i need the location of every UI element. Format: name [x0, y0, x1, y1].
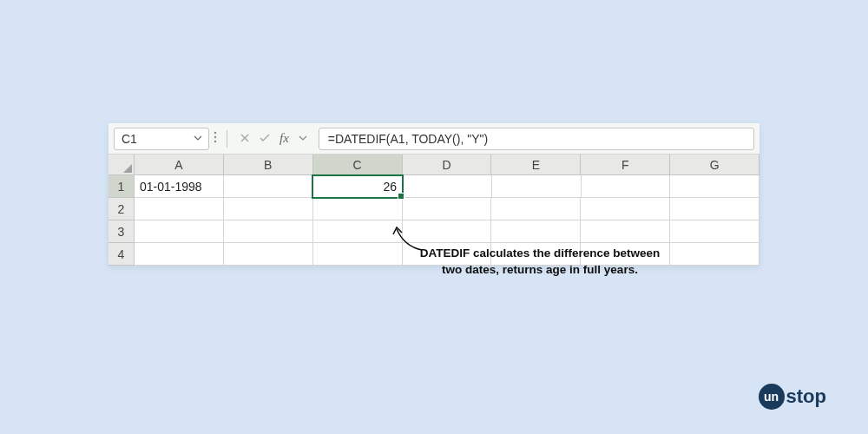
logo-circle: un: [759, 384, 785, 410]
dots-vertical-icon[interactable]: [209, 130, 221, 148]
cell-d3[interactable]: [403, 220, 492, 243]
chevron-down-icon[interactable]: [193, 132, 203, 146]
svg-point-1: [214, 135, 216, 137]
formula-bar: C1 fx =DATEDIF(A1, TODAY(), "Y"): [108, 123, 760, 155]
col-header-a[interactable]: A: [135, 155, 224, 175]
cell-g1[interactable]: [670, 175, 760, 198]
col-header-f[interactable]: F: [581, 155, 670, 175]
cell-b4[interactable]: [224, 243, 313, 266]
cell-d2[interactable]: [403, 198, 492, 220]
col-header-e[interactable]: E: [491, 155, 581, 175]
logo-circle-text: un: [764, 390, 779, 404]
cell-g3[interactable]: [670, 220, 760, 243]
logo: un stop: [759, 384, 826, 410]
row-header-1[interactable]: 1: [108, 175, 135, 198]
cell-f3[interactable]: [581, 220, 670, 243]
svg-point-0: [214, 131, 216, 133]
chevron-down-icon[interactable]: [298, 132, 308, 146]
col-header-d[interactable]: D: [403, 155, 492, 175]
svg-point-2: [214, 140, 216, 141]
formula-text: =DATEDIF(A1, TODAY(), "Y"): [328, 132, 488, 146]
cell-a1[interactable]: 01-01-1998: [135, 175, 224, 198]
cell-a2[interactable]: [135, 198, 224, 220]
cell-e3[interactable]: [491, 220, 581, 243]
col-header-c[interactable]: C: [313, 155, 403, 175]
row-header-3[interactable]: 3: [108, 220, 135, 243]
cell-b3[interactable]: [224, 220, 313, 243]
cell-b2[interactable]: [224, 198, 313, 220]
cell-e2[interactable]: [491, 198, 581, 220]
cell-e1[interactable]: [492, 175, 582, 198]
cell-g2[interactable]: [670, 198, 760, 220]
cell-c3[interactable]: [313, 220, 403, 243]
formula-input[interactable]: =DATEDIF(A1, TODAY(), "Y"): [319, 128, 754, 150]
table-row: 3: [108, 220, 760, 243]
fx-icon[interactable]: fx: [279, 131, 289, 146]
formula-bar-controls: fx: [233, 131, 315, 146]
cell-b1[interactable]: [224, 175, 313, 198]
separator: [227, 130, 227, 148]
annotation-text: DATEDIF calculates the difference betwee…: [418, 246, 661, 279]
col-header-b[interactable]: B: [224, 155, 313, 175]
table-row: 2: [108, 198, 760, 220]
cell-c1[interactable]: 26: [312, 174, 404, 199]
cancel-icon[interactable]: [240, 132, 250, 146]
cell-a3[interactable]: [135, 220, 224, 243]
row-header-4[interactable]: 4: [108, 243, 135, 266]
cell-reference: C1: [122, 132, 137, 146]
cell-g4[interactable]: [670, 243, 760, 266]
cell-f2[interactable]: [581, 198, 670, 220]
column-header-row: A B C D E F G: [108, 155, 760, 175]
excel-window: C1 fx =DATEDIF(A1, TODAY(), "Y"): [108, 123, 760, 266]
name-box[interactable]: C1: [114, 128, 209, 150]
cell-a4[interactable]: [135, 243, 224, 266]
select-all-corner[interactable]: [108, 155, 135, 175]
row-header-2[interactable]: 2: [108, 198, 135, 220]
cell-d1[interactable]: [403, 175, 492, 198]
cell-c2[interactable]: [313, 198, 403, 220]
table-row: 1 01-01-1998 26: [108, 175, 760, 198]
cell-c4[interactable]: [313, 243, 403, 266]
enter-icon[interactable]: [259, 132, 271, 146]
col-header-g[interactable]: G: [670, 155, 760, 175]
logo-text: stop: [786, 385, 826, 408]
cell-f1[interactable]: [582, 175, 671, 198]
